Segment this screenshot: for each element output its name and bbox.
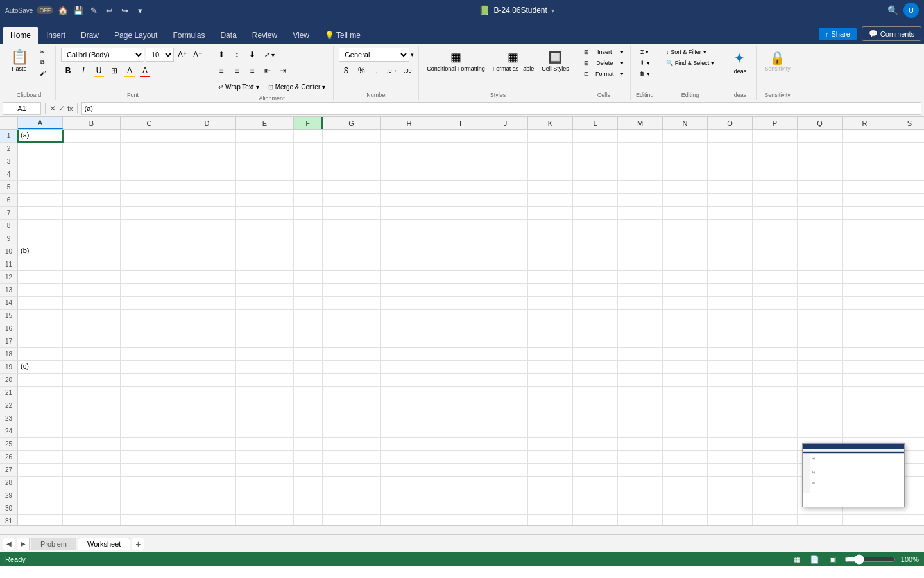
cell-C23[interactable]	[121, 412, 178, 425]
cell-O7[interactable]	[708, 207, 753, 219]
cell-P7[interactable]	[753, 207, 798, 219]
undo-icon[interactable]: ↩	[103, 4, 115, 16]
cell-B25[interactable]	[63, 438, 121, 450]
cell-D21[interactable]	[178, 387, 236, 399]
cell-I10[interactable]	[438, 245, 483, 258]
cell-R31[interactable]	[843, 515, 887, 525]
cell-O6[interactable]	[708, 194, 753, 206]
cell-F31[interactable]	[294, 515, 323, 525]
cell-F22[interactable]	[294, 399, 323, 412]
tab-draw[interactable]: Draw	[73, 27, 107, 44]
cell-B29[interactable]	[63, 489, 121, 502]
page-break-view-button[interactable]: ▣	[826, 554, 839, 565]
cell-E31[interactable]	[236, 515, 294, 525]
cell-G26[interactable]	[323, 451, 381, 463]
cell-Q9[interactable]	[798, 232, 843, 245]
increase-indent-button[interactable]: ⇥	[276, 64, 290, 78]
paste-button[interactable]: 📋 Paste	[6, 48, 32, 74]
increase-decimal-button[interactable]: .00	[400, 64, 415, 78]
align-middle-button[interactable]: ↕	[230, 48, 244, 62]
cell-P4[interactable]	[753, 168, 798, 180]
align-top-button[interactable]: ⬆	[214, 48, 228, 62]
cell-O14[interactable]	[708, 297, 753, 309]
wrap-text-button[interactable]: ↵ Wrap Text ▾	[214, 80, 263, 94]
cell-R16[interactable]	[843, 322, 887, 335]
cell-M26[interactable]	[618, 451, 663, 463]
cell-C18[interactable]	[121, 348, 178, 360]
cell-G23[interactable]	[323, 412, 381, 425]
col-header-C[interactable]: C	[121, 117, 178, 129]
row-number-23[interactable]: 23	[0, 412, 18, 425]
cell-O16[interactable]	[708, 322, 753, 335]
cell-S8[interactable]	[887, 220, 924, 232]
comments-button[interactable]: 💬 Comments	[862, 26, 921, 41]
cell-L12[interactable]	[573, 271, 618, 283]
zoom-slider[interactable]	[844, 554, 896, 565]
cell-F2[interactable]	[294, 143, 323, 155]
cell-B27[interactable]	[63, 464, 121, 476]
cell-S2[interactable]	[887, 143, 924, 155]
cell-B21[interactable]	[63, 387, 121, 399]
share-button[interactable]: ↑ Share	[819, 28, 857, 40]
cell-J10[interactable]	[483, 245, 528, 258]
orientation-dropdown[interactable]: ▾	[271, 51, 275, 58]
cell-E30[interactable]	[236, 502, 294, 514]
cell-K31[interactable]	[528, 515, 573, 525]
cell-H1[interactable]	[381, 130, 438, 142]
cell-I26[interactable]	[438, 451, 483, 463]
cell-J1[interactable]	[483, 130, 528, 142]
cell-S14[interactable]	[887, 297, 924, 309]
cell-E25[interactable]	[236, 438, 294, 450]
cell-M31[interactable]	[618, 515, 663, 525]
cell-L20[interactable]	[573, 374, 618, 386]
filename-dropdown-icon[interactable]: ▾	[551, 7, 554, 14]
cell-A6[interactable]	[18, 194, 63, 206]
cell-K21[interactable]	[528, 387, 573, 399]
cell-Q12[interactable]	[798, 271, 843, 283]
cell-M23[interactable]	[618, 412, 663, 425]
cell-N19[interactable]	[663, 361, 708, 373]
cell-I13[interactable]	[438, 284, 483, 296]
cell-O27[interactable]	[708, 464, 753, 476]
cell-P11[interactable]	[753, 258, 798, 270]
cell-Q11[interactable]	[798, 258, 843, 270]
cell-F13[interactable]	[294, 284, 323, 296]
cell-O23[interactable]	[708, 412, 753, 425]
cell-M24[interactable]	[618, 425, 663, 437]
cell-F26[interactable]	[294, 451, 323, 463]
italic-button[interactable]: I	[76, 64, 90, 78]
cell-F20[interactable]	[294, 374, 323, 386]
cell-F23[interactable]	[294, 412, 323, 425]
cell-K26[interactable]	[528, 451, 573, 463]
cell-I22[interactable]	[438, 399, 483, 412]
cell-B7[interactable]	[63, 207, 121, 219]
cell-C28[interactable]	[121, 477, 178, 489]
format-dropdown[interactable]: ▾	[620, 71, 624, 77]
cell-A31[interactable]	[18, 515, 63, 525]
cell-L28[interactable]	[573, 477, 618, 489]
cell-H26[interactable]	[381, 451, 438, 463]
cell-C3[interactable]	[121, 155, 178, 168]
cell-G19[interactable]	[323, 361, 381, 373]
cell-M20[interactable]	[618, 374, 663, 386]
cell-R10[interactable]	[843, 245, 887, 258]
cell-D26[interactable]	[178, 451, 236, 463]
cell-O20[interactable]	[708, 374, 753, 386]
cell-M6[interactable]	[618, 194, 663, 206]
cell-A19[interactable]: (c)	[18, 361, 63, 373]
cell-S23[interactable]	[887, 412, 924, 425]
cell-G8[interactable]	[323, 220, 381, 232]
cell-F8[interactable]	[294, 220, 323, 232]
cell-O9[interactable]	[708, 232, 753, 245]
cell-D4[interactable]	[178, 168, 236, 180]
cell-A3[interactable]	[18, 155, 63, 168]
cell-R18[interactable]	[843, 348, 887, 360]
cell-A1[interactable]: (a)	[18, 130, 63, 142]
cell-B5[interactable]	[63, 181, 121, 193]
cell-B2[interactable]	[63, 143, 121, 155]
tab-page-layout[interactable]: Page Layout	[107, 27, 165, 44]
cell-S18[interactable]	[887, 348, 924, 360]
row-number-25[interactable]: 25	[0, 438, 18, 450]
cell-G27[interactable]	[323, 464, 381, 476]
cell-O25[interactable]	[708, 438, 753, 450]
